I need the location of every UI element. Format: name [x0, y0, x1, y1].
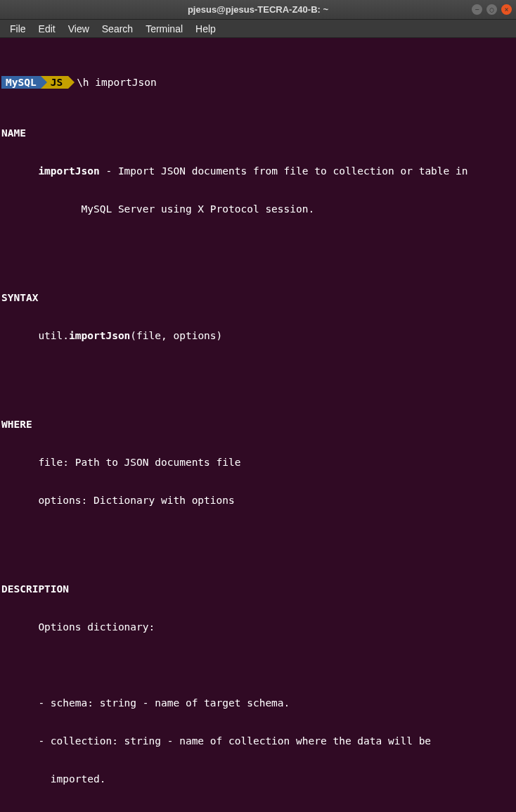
name-desc-1: - Import JSON documents from file to col… [100, 165, 468, 177]
desc-opt: - schema: string - name of target schema… [1, 697, 515, 709]
name-command: importJson [38, 165, 99, 177]
minimize-icon[interactable]: − [472, 4, 482, 15]
prompt-badge-mysql: MySQL [1, 76, 41, 89]
window-title: pjesus@pjesus-TECRA-Z40-B: ~ [0, 4, 516, 15]
desc-opt: - collection: string - name of collectio… [1, 735, 515, 747]
terminal-output[interactable]: MySQL JS \h importJson NAME importJson -… [0, 38, 516, 812]
section-syntax-heading: SYNTAX [1, 291, 515, 304]
desc-intro: Options dictionary: [1, 621, 515, 633]
menu-terminal[interactable]: Terminal [140, 22, 188, 36]
menu-edit[interactable]: Edit [33, 22, 61, 36]
section-description-heading: DESCRIPTION [1, 583, 515, 595]
where-file: file: Path to JSON documents file [1, 456, 515, 469]
menu-view[interactable]: View [63, 22, 95, 36]
close-icon[interactable]: × [501, 4, 512, 15]
window-controls: − ◯ × [472, 4, 512, 15]
menu-file[interactable]: File [4, 22, 32, 36]
desc-opt: imported. [1, 773, 515, 785]
blank [1, 659, 515, 671]
section-name-heading: NAME [1, 127, 515, 139]
name-line-2: MySQL Server using X Protocol session. [1, 203, 515, 215]
menu-search[interactable]: Search [96, 22, 138, 36]
blank [1, 241, 515, 253]
syntax-cmd: importJson [69, 330, 130, 341]
where-options: options: Dictionary with options [1, 494, 515, 507]
syntax-prefix: util. [1, 330, 69, 341]
name-line-1: importJson - Import JSON documents from … [1, 165, 515, 177]
prompt-command: \h importJson [68, 76, 157, 89]
syntax-suffix: (file, options) [130, 330, 222, 341]
section-where-heading: WHERE [1, 418, 515, 431]
menu-help[interactable]: Help [190, 22, 221, 36]
syntax-line: util.importJson(file, options) [1, 329, 515, 342]
blank [1, 367, 515, 380]
titlebar: pjesus@pjesus-TECRA-Z40-B: ~ − ◯ × [0, 0, 516, 20]
menubar: File Edit View Search Terminal Help [0, 20, 516, 38]
blank [1, 532, 515, 545]
maximize-icon[interactable]: ◯ [486, 4, 497, 15]
prompt-line: MySQL JS \h importJson [1, 76, 515, 89]
